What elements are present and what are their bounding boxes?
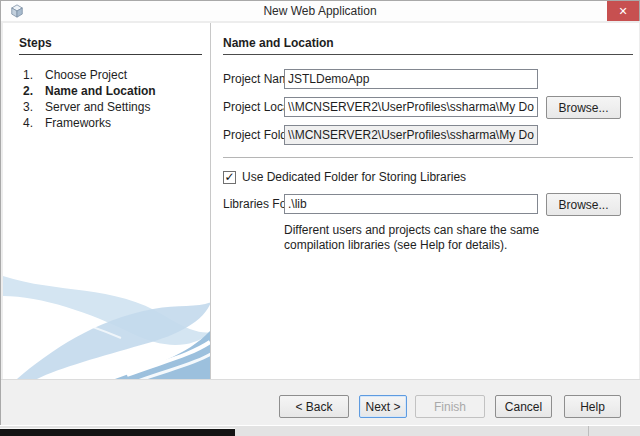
checkbox-label: Use Dedicated Folder for Storing Librari… [242,170,466,184]
step-item-frameworks: 4. Frameworks [3,115,210,131]
libraries-helper-text: Different users and projects can share t… [284,223,539,253]
checkbox-check-icon[interactable]: ✓ [223,171,236,184]
step-item-server-and-settings: 3. Server and Settings [3,99,210,115]
project-folder-field [284,125,538,145]
background-black-bar [0,428,235,436]
help-button[interactable]: Help [564,395,621,418]
browse-location-button[interactable]: Browse... [546,96,621,119]
steps-heading: Steps [19,36,202,55]
steps-sidebar: Steps 1. Choose Project 2. Name and Loca… [3,23,211,379]
project-name-input[interactable] [284,69,538,89]
dialog-content: Steps 1. Choose Project 2. Name and Loca… [1,21,640,379]
libraries-folder-input[interactable] [284,194,538,214]
step-item-name-and-location: 2. Name and Location [3,83,210,99]
step-item-choose-project: 1. Choose Project [3,67,210,83]
close-icon: ✕ [618,5,627,17]
wave-decoration [3,264,211,379]
finish-button: Finish [415,395,485,418]
browse-libraries-button[interactable]: Browse... [546,193,621,216]
dedicated-folder-checkbox[interactable]: ✓ Use Dedicated Folder for Storing Libra… [223,169,466,185]
project-location-input[interactable] [284,97,538,117]
next-button[interactable]: Next > [359,395,407,418]
window-title: New Web Application [1,1,639,21]
section-separator [223,157,633,158]
back-button[interactable]: < Back [279,395,349,418]
background-strip-divider [588,426,589,436]
name-and-location-panel: Name and Location Project Name: Project … [212,23,640,379]
wizard-button-bar: < Back Next > Finish Cancel Help [1,379,640,425]
close-button[interactable]: ✕ [607,1,639,21]
cancel-button[interactable]: Cancel [495,395,552,418]
background-window-strip [0,426,640,436]
title-bar: New Web Application ✕ [1,1,639,21]
steps-list: 1. Choose Project 2. Name and Location 3… [3,67,210,131]
panel-heading: Name and Location [223,36,633,55]
new-web-application-dialog: New Web Application ✕ Steps 1. Choose Pr… [0,0,640,425]
